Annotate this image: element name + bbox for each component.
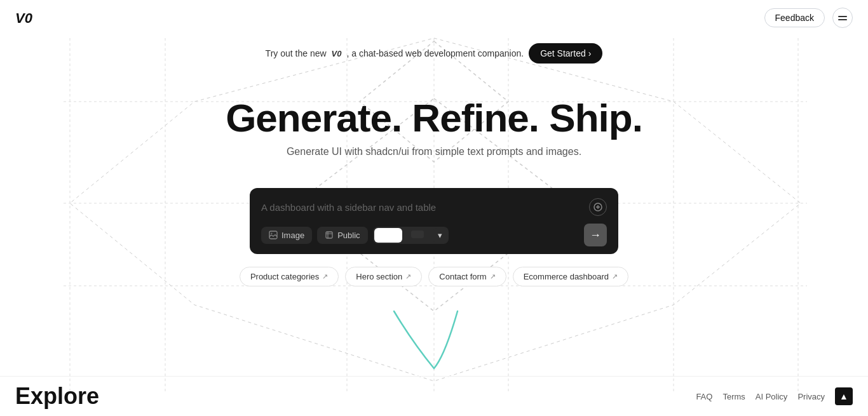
footer-link-faq[interactable]: FAQ [696, 392, 712, 401]
suggestion-product-categories[interactable]: Product categories ↗ [240, 267, 339, 286]
hero-subtitle: Generate UI with shadcn/ui from simple t… [13, 146, 855, 158]
get-started-arrow: › [588, 48, 592, 58]
hero-section: Generate. Refine. Ship. Generate UI with… [0, 71, 868, 170]
search-input[interactable] [261, 202, 589, 213]
get-started-label: Get Started [540, 48, 586, 58]
suggestion-label: Contact form [439, 272, 486, 281]
public-icon [325, 231, 334, 239]
footer: Explore FAQ Terms AI Policy Privacy ▲ [0, 376, 868, 416]
attach-icon [593, 203, 602, 211]
banner-prefix: Try out the new [266, 48, 327, 58]
toggle-group: ▾ [373, 227, 449, 244]
scroll-top-button[interactable]: ▲ [835, 387, 853, 405]
feedback-button[interactable]: Feedback [764, 8, 825, 27]
suggestion-arrow-icon: ↗ [405, 272, 411, 281]
toggle-chevron[interactable]: ▾ [433, 228, 447, 243]
toolbar-left: Image Public ▾ [261, 227, 449, 244]
search-input-area [261, 198, 607, 216]
suggestion-arrow-icon: ↗ [490, 272, 496, 281]
submit-arrow-icon: → [590, 229, 601, 242]
suggestion-label: Product categories [250, 272, 319, 281]
image-button[interactable]: Image [261, 227, 312, 244]
menu-line-2 [838, 19, 847, 20]
hero-title: Generate. Refine. Ship. [13, 97, 855, 140]
search-box: Image Public ▾ [250, 188, 618, 254]
get-started-button[interactable]: Get Started › [529, 43, 602, 64]
suggestion-arrow-icon: ↗ [322, 272, 328, 281]
banner-logo: V0 [332, 49, 342, 58]
suggestion-arrow-icon: ↗ [612, 272, 618, 281]
footer-link-ai-policy[interactable]: AI Policy [756, 392, 788, 401]
svg-point-18 [271, 233, 273, 234]
footer-link-terms[interactable]: Terms [722, 392, 745, 401]
public-button[interactable]: Public [317, 227, 367, 244]
suggestion-hero-section[interactable]: Hero section ↗ [345, 267, 422, 286]
suggestion-label: Hero section [356, 272, 402, 281]
suggestion-label: Ecommerce dashboard [524, 272, 609, 281]
toggle-dark[interactable] [403, 228, 431, 243]
menu-button[interactable] [832, 8, 853, 28]
logo[interactable]: V0 [15, 8, 41, 27]
logo-icon: V0 [15, 8, 41, 27]
suggestion-ecommerce-dashboard[interactable]: Ecommerce dashboard ↗ [513, 267, 628, 286]
suggestions-row: Product categories ↗ Hero section ↗ Cont… [0, 267, 868, 286]
explore-heading: Explore [15, 383, 99, 410]
navbar: V0 Feedback [0, 0, 868, 36]
image-label: Image [281, 231, 304, 240]
footer-link-privacy[interactable]: Privacy [797, 392, 825, 401]
svg-text:V0: V0 [15, 10, 33, 26]
suggestion-contact-form[interactable]: Contact form ↗ [428, 267, 506, 286]
search-container: Image Public ▾ [0, 188, 868, 254]
menu-line-1 [838, 16, 847, 17]
navbar-right: Feedback [764, 8, 853, 28]
announcement-banner: Try out the new V0 , a chat-based web de… [0, 36, 868, 71]
svg-rect-19 [326, 232, 332, 238]
submit-button[interactable]: → [584, 224, 607, 246]
attach-button[interactable] [589, 198, 607, 216]
public-label: Public [337, 231, 360, 240]
footer-links: FAQ Terms AI Policy Privacy ▲ [696, 387, 853, 405]
image-icon [269, 231, 278, 239]
banner-suffix: , a chat-based web development companion… [347, 48, 524, 58]
chevron-up-icon: ▲ [839, 391, 848, 401]
toggle-light[interactable] [374, 228, 402, 243]
search-toolbar: Image Public ▾ [261, 224, 607, 246]
